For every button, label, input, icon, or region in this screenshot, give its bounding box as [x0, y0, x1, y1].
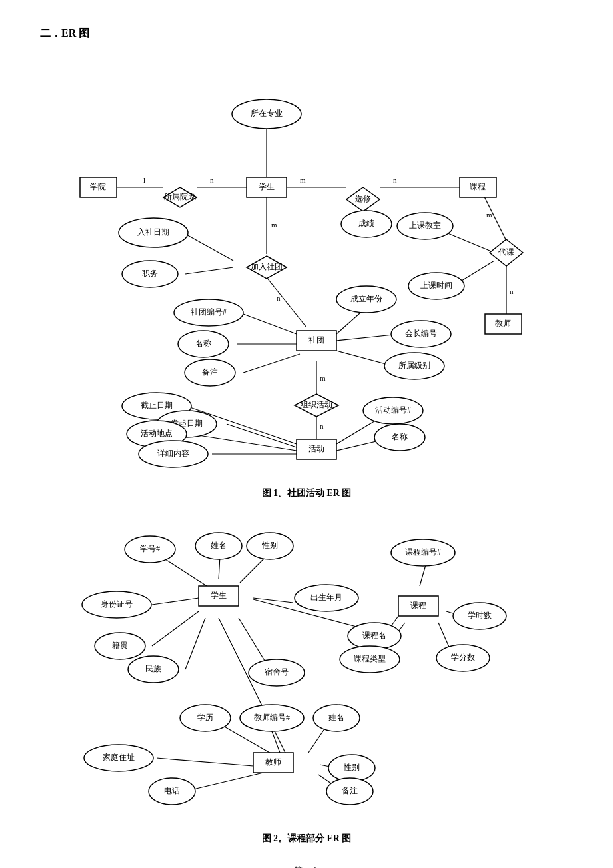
svg-text:n: n [510, 287, 514, 295]
svg-text:性别: 性别 [343, 763, 360, 772]
svg-text:成绩: 成绩 [358, 219, 374, 228]
svg-text:会长编号: 会长编号 [405, 329, 437, 338]
svg-text:代课: 代课 [498, 247, 514, 257]
svg-text:民族: 民族 [145, 664, 161, 673]
svg-text:电话: 电话 [164, 786, 180, 795]
svg-text:名称: 名称 [392, 432, 408, 441]
svg-text:学分数: 学分数 [451, 653, 475, 662]
svg-text:课程: 课程 [470, 182, 486, 191]
svg-text:学生: 学生 [259, 182, 275, 191]
svg-line-100 [152, 611, 199, 646]
svg-text:备注: 备注 [202, 367, 218, 377]
svg-text:上课教室: 上课教室 [409, 221, 441, 230]
svg-text:所属级别: 所属级别 [398, 361, 430, 370]
fig2-caption: 图 2。课程部分 ER 图 [40, 833, 573, 845]
svg-text:组织活动: 组织活动 [301, 400, 332, 409]
svg-text:上课时间: 上课时间 [420, 281, 452, 290]
page-number: 第 2 页 [40, 865, 573, 868]
svg-text:成立年份: 成立年份 [350, 294, 382, 303]
svg-text:课程名: 课程名 [362, 631, 386, 640]
svg-text:课程编号#: 课程编号# [405, 547, 441, 557]
svg-text:职务: 职务 [142, 269, 158, 278]
svg-text:课程: 课程 [410, 601, 426, 610]
svg-text:姓名: 姓名 [328, 713, 344, 722]
svg-line-113 [157, 758, 253, 766]
svg-text:课程类型: 课程类型 [354, 654, 386, 663]
svg-text:家庭住址: 家庭住址 [103, 753, 135, 762]
svg-text:出生年月: 出生年月 [310, 593, 342, 602]
svg-text:m: m [300, 176, 306, 184]
svg-text:学时数: 学时数 [468, 611, 492, 620]
svg-text:n: n [393, 176, 397, 184]
svg-text:社团编号#: 社团编号# [191, 307, 227, 317]
svg-text:活动编号#: 活动编号# [375, 405, 411, 415]
svg-line-6 [185, 234, 233, 261]
svg-line-103 [253, 598, 293, 603]
svg-line-99 [152, 598, 199, 605]
svg-text:所属院系: 所属院系 [164, 192, 196, 201]
svg-line-9 [267, 277, 306, 327]
section-title: 二．ER 图 [40, 27, 573, 41]
svg-text:教师: 教师 [265, 757, 281, 767]
svg-line-114 [193, 773, 263, 789]
svg-line-23 [227, 424, 297, 447]
svg-text:选修: 选修 [355, 194, 371, 203]
svg-text:教师: 教师 [495, 319, 511, 328]
svg-text:学生: 学生 [211, 591, 227, 600]
svg-text:n: n [210, 176, 214, 184]
svg-text:性别: 性别 [261, 541, 278, 550]
svg-line-12 [243, 354, 300, 373]
svg-text:备注: 备注 [342, 786, 358, 795]
svg-text:宿舍号: 宿舍号 [265, 667, 289, 677]
svg-text:籍贯: 籍贯 [112, 641, 128, 650]
svg-text:m: m [486, 211, 492, 219]
er-diagram-2: 学号# 姓名 性别 身份证号 学生 出生年月 籍贯 民族 宿舍号 课程编号# 课… [40, 513, 573, 826]
svg-text:入社日期: 入社日期 [137, 227, 169, 237]
svg-line-7 [185, 267, 233, 274]
svg-text:社团: 社团 [308, 335, 324, 345]
svg-line-96 [163, 558, 207, 586]
svg-text:学历: 学历 [197, 713, 213, 722]
svg-line-14 [336, 334, 400, 341]
svg-text:活动地点: 活动地点 [141, 429, 173, 438]
svg-text:m: m [271, 221, 277, 229]
svg-text:活动: 活动 [308, 444, 324, 453]
svg-text:身份证号: 身份证号 [101, 599, 133, 609]
svg-line-10 [243, 314, 297, 334]
svg-text:详细内容: 详细内容 [157, 449, 189, 458]
svg-text:名称: 名称 [195, 339, 211, 348]
svg-line-101 [185, 618, 205, 669]
svg-text:n: n [277, 294, 281, 302]
svg-text:教师编号#: 教师编号# [254, 713, 290, 722]
svg-text:加入社团: 加入社团 [251, 262, 283, 271]
svg-text:l: l [143, 176, 145, 184]
svg-text:n: n [320, 422, 324, 430]
svg-line-18 [446, 233, 490, 251]
svg-line-98 [240, 556, 267, 583]
svg-line-111 [308, 726, 326, 753]
fig1-caption: 图 1。社团活动 ER 图 [40, 487, 573, 499]
svg-text:学院: 学院 [90, 182, 106, 191]
svg-text:姓名: 姓名 [211, 541, 227, 550]
svg-text:m: m [320, 374, 326, 382]
svg-text:截止日期: 截止日期 [141, 401, 173, 410]
svg-text:所在专业: 所在专业 [251, 109, 283, 118]
er-diagram-1: l n m n m n m n m n 所在专业 学院 所属院系 学生 选修 课… [40, 54, 573, 481]
svg-text:学号#: 学号# [140, 544, 160, 553]
